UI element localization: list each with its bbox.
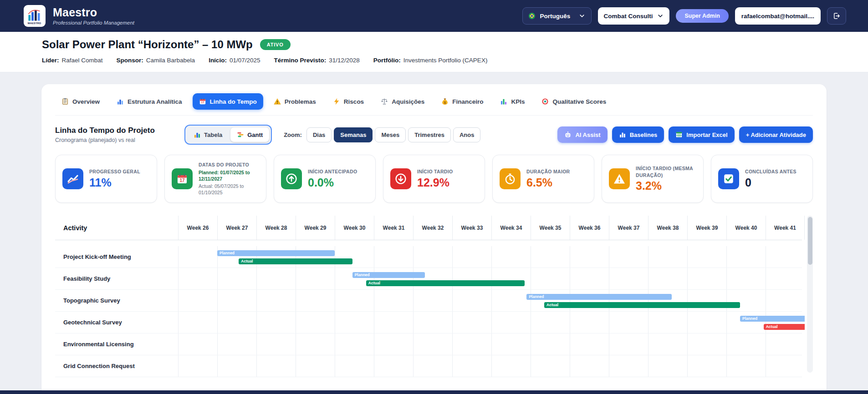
kpi-card-body: DURAÇÃO MAIOR6.5% — [526, 168, 570, 189]
gantt-row: Project Kick-off MeetingPlannedActual — [55, 246, 802, 268]
gantt-track — [178, 333, 805, 355]
gantt-track: PlannedActual — [178, 290, 805, 311]
kpi-card-inicio-tardio-mesma-duracao: INÍCIO TARDIO (MESMA DURAÇÃO)3.2% — [602, 155, 704, 203]
kpi-value: 0.0% — [308, 177, 357, 189]
tab-label: Estrutura Analítica — [128, 98, 182, 105]
view-toggle: TabelaGantt — [184, 125, 272, 145]
kpi-card-datas-do-projeto: 17DATAS DO PROJETOPlanned: 01/07/2025 to… — [164, 155, 266, 203]
calendar-icon: 17 — [199, 98, 206, 105]
tab-overview[interactable]: Overview — [55, 93, 106, 110]
kpi-line: Actual: 05/07/2025 to 01/10/2025 — [199, 183, 259, 196]
tab-label: Problemas — [285, 98, 316, 105]
language-select[interactable]: Português — [522, 7, 592, 25]
gantt-view-icon — [237, 131, 244, 138]
calendar-icon: 17 — [172, 168, 193, 189]
view-toggle-tabela[interactable]: Tabela — [187, 127, 229, 142]
tab-label: Linha do Tempo — [210, 98, 257, 105]
money-icon: $ — [441, 98, 449, 105]
meta-value: 01/07/2025 — [230, 57, 260, 64]
kpi-card-body: CONCLUÍDAS ANTES0 — [745, 168, 797, 189]
kpi-card-body: INÍCIO ANTECIPADO0.0% — [308, 168, 357, 189]
actual-bar[interactable]: Actual — [239, 258, 352, 264]
warning-icon — [274, 98, 281, 105]
kpi-label: INÍCIO TARDIO (MESMA DURAÇÃO) — [636, 165, 696, 178]
kpi-label: DATAS DO PROJETO — [199, 162, 259, 168]
planned-bar[interactable]: Planned — [740, 316, 805, 322]
tab-estrutura-analitica[interactable]: Estrutura Analítica — [110, 93, 189, 110]
kpi-card-body: DATAS DO PROJETOPlanned: 01/07/2025 to 1… — [199, 162, 259, 196]
gantt-activity-label: Feasibility Study — [55, 268, 178, 289]
meta-inicio: Início:01/07/2025 — [209, 57, 260, 64]
kpi-line: Planned: 01/07/2025 to 12/11/2027 — [199, 170, 259, 182]
scrollbar-thumb[interactable] — [808, 217, 812, 265]
tab-label: Overview — [72, 98, 100, 105]
gantt-week-header: Week 38 — [648, 216, 687, 240]
kpi-value: 3.2% — [636, 180, 696, 192]
gantt-week-header: Week 36 — [570, 216, 609, 240]
timeline-toolbar: Linha do Tempo do Projeto Cronograma (pl… — [55, 125, 813, 145]
zoom-buttons: DiasSemanasMesesTrimestresAnos — [306, 127, 481, 142]
importar-excel-button[interactable]: Importar Excel — [669, 126, 734, 143]
meta-label: Término Previsto: — [274, 57, 326, 64]
baselines-button[interactable]: Baselines — [612, 126, 664, 143]
tab-problemas[interactable]: Problemas — [267, 93, 322, 110]
zoom-meses[interactable]: Meses — [375, 127, 406, 142]
language-select-value: Português — [540, 13, 574, 20]
gantt-activity-label: Geotechnical Survey — [55, 312, 178, 333]
kpi-label: INÍCIO ANTECIPADO — [308, 168, 357, 175]
gantt-week-header: Week 28 — [256, 216, 296, 240]
view-toggle-gantt[interactable]: Gantt — [230, 127, 269, 142]
brand-block: Maestro Professional Portfolio Managemen… — [53, 6, 134, 25]
vertical-scrollbar[interactable] — [807, 216, 813, 373]
zoom-trimestres[interactable]: Trimestres — [408, 127, 451, 142]
tab-riscos[interactable]: Riscos — [327, 93, 370, 110]
gantt-track: PlannedActual — [178, 268, 805, 289]
gantt-activity-label: Project Kick-off Meeting — [55, 246, 178, 268]
actual-bar[interactable]: Actual — [764, 324, 805, 330]
meta-value: Rafael Combat — [62, 57, 103, 64]
project-meta: Líder:Rafael CombatSponsor:Camila Barbab… — [42, 57, 826, 64]
zoom-anos[interactable]: Anos — [453, 127, 481, 142]
logout-button[interactable] — [827, 7, 846, 25]
actual-bar[interactable]: Actual — [366, 280, 525, 286]
gantt-week-header: Week 41 — [766, 216, 805, 240]
zoom-dias[interactable]: Dias — [306, 127, 332, 142]
gantt-row: Geotechnical SurveyPlannedActual — [55, 312, 802, 333]
tab-aquisicoes[interactable]: Aquisições — [374, 93, 431, 110]
kpi-label: DURAÇÃO MAIOR — [526, 168, 570, 175]
top-navbar: MAESTRO Maestro Professional Portfolio M… — [0, 0, 868, 32]
user-email[interactable]: rafaelcombat@hotmail.... — [735, 7, 821, 25]
gantt-week-header: Week 32 — [413, 216, 452, 240]
target-icon — [541, 98, 549, 105]
gantt-track: PlannedActual — [178, 312, 805, 333]
meta-value: 31/12/2028 — [329, 57, 360, 64]
planned-bar[interactable]: Planned — [526, 294, 671, 300]
planned-bar[interactable]: Planned — [217, 250, 335, 256]
navbar-controls: Português Combat Consulti Super Admin ra… — [522, 7, 846, 25]
zoom-semanas[interactable]: Semanas — [334, 127, 373, 142]
gantt-chart: ActivityWeek 26Week 27Week 28Week 29Week… — [55, 216, 813, 377]
arrow-down-icon — [390, 168, 411, 189]
tab-financeiro[interactable]: $Financeiro — [435, 93, 490, 110]
gantt-week-header: Week 26 — [178, 216, 217, 240]
gantt-track: PlannedActual — [178, 246, 805, 268]
toggle-label: Tabela — [204, 131, 222, 138]
gantt-week-header: Week 30 — [335, 216, 374, 240]
action-label: + Adicionar Atividade — [746, 131, 806, 138]
meta-label: Portfólio: — [373, 57, 401, 64]
organization-select[interactable]: Combat Consulti — [598, 7, 669, 25]
kpi-card-inicio-tardio: INÍCIO TARDIO12.9% — [383, 155, 485, 203]
planned-bar[interactable]: Planned — [352, 272, 425, 278]
tab-kpis[interactable]: KPIs — [494, 93, 531, 110]
tab-linha-do-tempo[interactable]: 17Linha do Tempo — [193, 93, 263, 110]
status-badge: ATIVO — [260, 39, 291, 50]
tab-qualitative-scores[interactable]: Qualitative Scores — [535, 93, 613, 110]
ai-assist-button[interactable]: AI Assist — [557, 126, 607, 143]
actual-bar[interactable]: Actual — [544, 302, 740, 308]
robot-icon — [564, 131, 572, 138]
baselines-chart-icon — [619, 131, 626, 138]
gantt-activity-label: Topographic Survey — [55, 290, 178, 311]
meta-value: Camila Barbabela — [146, 57, 195, 64]
adicionar-atividade-button[interactable]: + Adicionar Atividade — [739, 126, 813, 143]
section-subtitle: Cronograma (planejado) vs real — [55, 137, 174, 143]
